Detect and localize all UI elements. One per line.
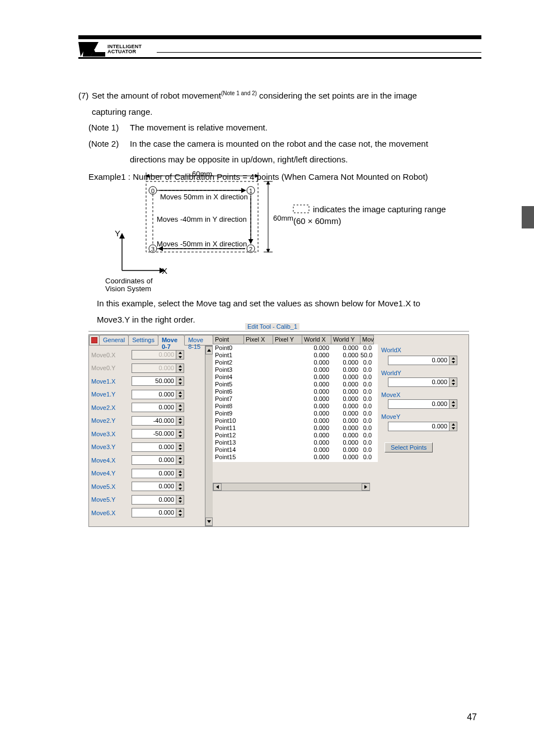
svg-marker-30 — [179, 378, 182, 380]
move-input[interactable]: -50.000 — [132, 429, 176, 438]
svg-rect-25 — [91, 337, 97, 343]
spinner — [176, 363, 184, 373]
svg-marker-60 — [452, 401, 455, 403]
table-row[interactable]: Point70.0000.0000.0 — [213, 395, 378, 403]
world-input[interactable]: 0.000 — [388, 356, 449, 365]
select-points-button[interactable]: Select Points — [385, 442, 433, 452]
tab-general[interactable]: General — [99, 335, 129, 345]
tab-settings[interactable]: Settings — [128, 335, 158, 345]
table-row[interactable]: Point120.0000.0000.0 — [213, 432, 378, 439]
spinner[interactable] — [176, 442, 184, 452]
tab-move-0-7[interactable]: Move 0-7 — [158, 335, 185, 346]
world-input-row: 0.000 — [388, 399, 457, 409]
move-row: Move4.X0.000 — [91, 454, 209, 467]
world-input[interactable]: 0.000 — [388, 399, 449, 409]
scroll-up-icon[interactable] — [205, 346, 213, 354]
svg-marker-33 — [179, 395, 182, 398]
svg-marker-58 — [452, 379, 455, 381]
grid-header-cell[interactable]: World Y — [331, 335, 360, 344]
world-input[interactable]: 0.000 — [388, 422, 449, 431]
move-row: Move4.Y0.000 — [91, 467, 209, 480]
table-row[interactable]: Point20.0000.0000.0 — [213, 359, 378, 366]
move-input[interactable]: 0.000 — [132, 469, 176, 478]
move-row: Move1.X50.000 — [91, 375, 209, 388]
svg-marker-48 — [179, 497, 182, 499]
grid-header-cell[interactable]: Pixel X — [244, 335, 273, 344]
svg-marker-29 — [179, 369, 182, 371]
svg-marker-44 — [179, 470, 182, 473]
move-label: Move5.X — [91, 483, 132, 490]
table-row[interactable]: Point110.0000.0000.0 — [213, 424, 378, 432]
points-scroll-h[interactable] — [213, 483, 370, 491]
table-row[interactable]: Point10.0000.00050.0 — [213, 352, 378, 359]
points-panel: PointPixel XPixel YWorld XWorld YMov Poi… — [213, 334, 378, 527]
svg-marker-36 — [179, 418, 182, 420]
move-label: Move0.Y — [91, 365, 132, 371]
svg-marker-42 — [179, 457, 182, 459]
table-row[interactable]: Point30.0000.0000.0 — [213, 366, 378, 374]
table-row[interactable]: Point150.0000.0000.0 — [213, 454, 378, 461]
worldx-label: WorldX — [381, 347, 401, 353]
move-row: Move2.X0.000 — [91, 401, 209, 414]
grid-header-cell[interactable]: Pixel Y — [273, 335, 302, 344]
table-row[interactable]: Point00.0000.0000.0 — [213, 344, 378, 352]
spinner[interactable] — [449, 356, 457, 365]
move-label: Move1.X — [91, 378, 132, 385]
table-row[interactable]: Point60.0000.0000.0 — [213, 388, 378, 395]
move-row: Move5.X0.000 — [91, 480, 209, 493]
move-scroll-v[interactable] — [205, 346, 213, 526]
spinner[interactable] — [176, 469, 184, 478]
spinner[interactable] — [176, 429, 184, 438]
svg-marker-55 — [364, 485, 367, 489]
spinner[interactable] — [176, 390, 184, 399]
spinner[interactable] — [176, 455, 184, 465]
spinner[interactable] — [176, 495, 184, 505]
move-input[interactable]: 50.000 — [132, 376, 176, 386]
move-label: Move3.X — [91, 431, 132, 437]
table-row[interactable]: Point140.0000.0000.0 — [213, 446, 378, 454]
table-row[interactable]: Point90.0000.0000.0 — [213, 410, 378, 417]
tab-icon-prev[interactable] — [89, 335, 100, 345]
grid-header-cell[interactable]: Mov — [360, 335, 374, 344]
world-input[interactable]: 0.000 — [388, 377, 449, 387]
table-row[interactable]: Point80.0000.0000.0 — [213, 403, 378, 410]
grid-header-cell[interactable]: World X — [302, 335, 331, 344]
header-rule-thin-a — [157, 52, 481, 53]
move-input[interactable]: 0.000 — [132, 482, 176, 491]
table-row[interactable]: Point130.0000.0000.0 — [213, 439, 378, 446]
svg-marker-46 — [179, 483, 182, 486]
spinner[interactable] — [176, 482, 184, 491]
step-7: (7) Set the amount of robot movement(Not… — [78, 88, 481, 185]
move-input[interactable]: 0.000 — [132, 455, 176, 465]
move-label: Move2.Y — [91, 417, 132, 424]
brand-text: INTELLIGENT ACTUATOR — [107, 44, 142, 54]
spinner[interactable] — [176, 416, 184, 426]
spinner[interactable] — [176, 376, 184, 386]
move-label: Move0.X — [91, 352, 132, 358]
move-row: Move0.Y0.000 — [91, 362, 209, 375]
svg-marker-28 — [179, 365, 182, 367]
svg-marker-43 — [179, 461, 182, 464]
tab-move-8-15[interactable]: Move 8-15 — [184, 335, 213, 345]
table-row[interactable]: Point100.0000.0000.0 — [213, 417, 378, 424]
scroll-right-icon[interactable] — [362, 483, 370, 491]
table-row[interactable]: Point40.0000.0000.0 — [213, 374, 378, 381]
move-input[interactable]: 0.000 — [132, 442, 176, 452]
brand-logo: INTELLIGENT ACTUATOR — [78, 42, 142, 57]
move-input[interactable]: 0.000 — [132, 495, 176, 505]
move-input[interactable]: 0.000 — [132, 403, 176, 412]
scroll-left-icon[interactable] — [213, 483, 222, 491]
move-input[interactable]: 0.000 — [132, 390, 176, 399]
grid-header-cell[interactable]: Point — [213, 335, 244, 344]
table-row[interactable]: Point50.0000.0000.0 — [213, 381, 378, 388]
spinner[interactable] — [449, 377, 457, 387]
svg-marker-56 — [452, 357, 455, 360]
spinner[interactable] — [449, 399, 457, 409]
spinner[interactable] — [176, 508, 184, 517]
move-input[interactable]: -40.000 — [132, 416, 176, 426]
move-input[interactable]: 0.000 — [132, 508, 176, 517]
scroll-down-icon[interactable] — [205, 517, 213, 526]
spinner[interactable] — [176, 403, 184, 412]
svg-marker-41 — [179, 448, 182, 450]
spinner[interactable] — [449, 422, 457, 431]
